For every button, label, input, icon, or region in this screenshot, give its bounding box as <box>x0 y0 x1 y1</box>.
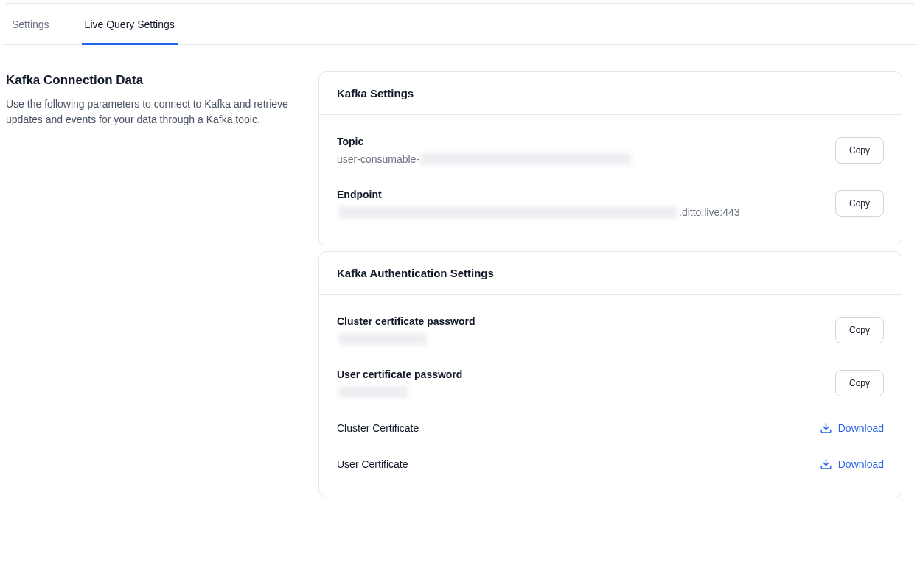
redacted-text <box>338 386 408 398</box>
kafka-auth-card: Kafka Authentication Settings Cluster ce… <box>318 251 902 497</box>
user-cert-row: User Certificate Download <box>337 446 884 482</box>
redacted-text <box>338 206 677 218</box>
download-icon <box>820 421 832 434</box>
kafka-auth-header: Kafka Authentication Settings <box>337 267 884 279</box>
endpoint-field: Endpoint .ditto.live:443 Copy <box>337 177 884 230</box>
copy-button[interactable]: Copy <box>835 137 884 164</box>
kafka-settings-header: Kafka Settings <box>337 87 884 99</box>
user-password-label: User certificate password <box>337 368 823 380</box>
redacted-text <box>338 333 427 345</box>
cluster-password-label: Cluster certificate password <box>337 315 823 327</box>
tab-live-query-settings[interactable]: Live Query Settings <box>82 4 178 45</box>
topic-label: Topic <box>337 136 823 147</box>
topic-value-prefix: user-consumable- <box>337 153 419 165</box>
cluster-password-value <box>337 333 823 345</box>
user-cert-label: User Certificate <box>337 458 408 470</box>
download-link[interactable]: Download <box>820 458 884 470</box>
section-description: Use the following parameters to connect … <box>6 97 301 128</box>
tab-settings[interactable]: Settings <box>9 4 52 45</box>
copy-button[interactable]: Copy <box>835 317 884 343</box>
download-link[interactable]: Download <box>820 421 884 434</box>
download-label: Download <box>838 422 884 434</box>
endpoint-value-suffix: .ditto.live:443 <box>679 206 740 218</box>
tabs: Settings Live Query Settings <box>3 4 917 45</box>
user-password-value <box>337 386 823 398</box>
endpoint-value: .ditto.live:443 <box>337 206 823 218</box>
download-icon <box>820 458 832 470</box>
section-title: Kafka Connection Data <box>6 71 301 89</box>
kafka-settings-card: Kafka Settings Topic user-consumable- Co… <box>318 71 902 245</box>
endpoint-label: Endpoint <box>337 189 823 200</box>
topic-value: user-consumable- <box>337 153 823 165</box>
copy-button[interactable]: Copy <box>835 370 884 396</box>
cluster-cert-row: Cluster Certificate Download <box>337 410 884 446</box>
copy-button[interactable]: Copy <box>835 190 884 217</box>
cluster-password-field: Cluster certificate password Copy <box>337 304 884 357</box>
redacted-text <box>421 153 631 165</box>
topic-field: Topic user-consumable- Copy <box>337 124 884 177</box>
user-password-field: User certificate password Copy <box>337 357 884 410</box>
download-label: Download <box>838 458 884 470</box>
cluster-cert-label: Cluster Certificate <box>337 422 419 434</box>
